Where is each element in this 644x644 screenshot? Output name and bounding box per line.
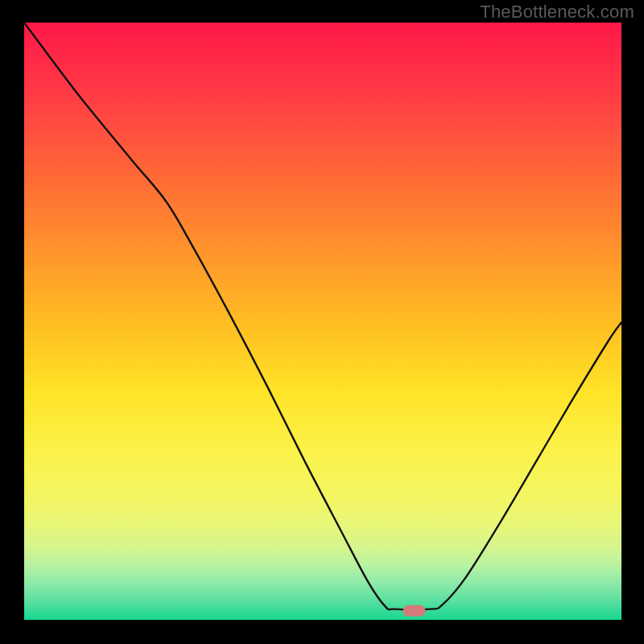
optimal-point-marker (403, 605, 426, 617)
watermark-text: TheBottleneck.com (480, 2, 634, 23)
curve-layer (24, 23, 621, 620)
chart-frame: TheBottleneck.com (0, 0, 644, 644)
bottleneck-curve (24, 23, 621, 609)
